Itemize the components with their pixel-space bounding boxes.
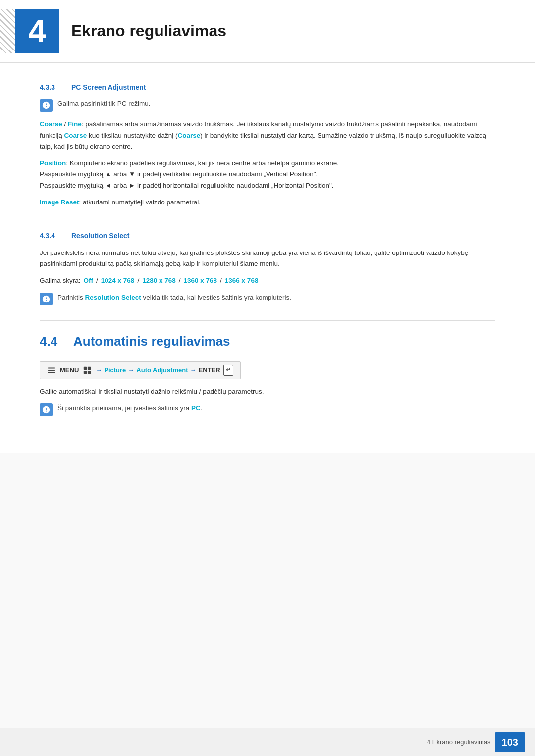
menu-picture: Picture [104,365,126,376]
para-434-1: Jei paveikslelis nėra normalus net tokiu… [40,248,495,270]
term-coarse3: Coarse [177,132,200,139]
res-sep1: / [96,275,98,286]
menu-enter-label: ENTER [199,365,220,376]
position-line2: Paspauskite mygtuką ▲ arba ▼ ir padėtį v… [40,170,318,178]
term-coarse2: Coarse [64,132,87,139]
res-off: Off [84,275,94,286]
position-text: : Kompiuterio ekrano padėties reguliavim… [66,159,339,167]
res-sep4: / [220,275,222,286]
term-coarse: Coarse [40,120,62,128]
para-44-1: Galite automatiškai ir tiksliai nustatyt… [40,386,495,397]
res-1280: 1280 x 768 [142,275,176,286]
term-fine: Fine [68,120,82,128]
resolution-options: Galima skyra: Off / 1024 x 768 / 1280 x … [40,275,495,286]
svg-rect-1 [48,370,55,371]
term-position: Position [40,159,66,167]
arrow-1: → [96,365,102,376]
footer-text: 4 Ekrano reguliavimas [427,737,491,748]
chapter-title: Ekrano reguliavimas [71,18,226,44]
term-image-reset: Image Reset [40,199,79,206]
note-433-1-text: Galima pasirinkti tik PC režimu. [57,99,151,109]
note-434-2-text: Parinktis Resolution Select veikia tik t… [57,292,291,303]
res-1024: 1024 x 768 [101,275,135,286]
note-icon-2 [40,293,53,305]
page-footer: 4 Ekrano reguliavimas 103 [0,728,535,756]
menu-auto-adjustment: Auto Adjustment [136,365,188,376]
para-image-reset: Image Reset: atkuriami numatytieji vaizd… [40,197,495,208]
page-header: 4 Ekrano reguliavimas [0,0,535,63]
svg-rect-4 [88,367,91,370]
menu-label: MENU [60,365,79,376]
sep1: / [62,120,68,128]
svg-rect-3 [84,367,87,370]
position-line3: Paspauskite mygtuką ◄ arba ► ir padėtį h… [40,182,334,189]
svg-rect-2 [48,372,55,373]
res-sep2: / [137,275,139,286]
svg-rect-6 [88,371,91,374]
menu-person-icon [47,366,56,375]
chapter-number: 4 [15,9,59,53]
note-433-1: Galima pasirinkti tik PC režimu. [40,99,495,112]
note-icon [40,99,53,112]
para-position: Position: Kompiuterio ekrano padėties re… [40,158,495,191]
svg-rect-0 [48,368,55,369]
para-coarse-fine: Coarse / Fine: pašalinamas arba sumažina… [40,119,495,152]
note-icon-3 [40,403,53,416]
menu-grid-icon [83,366,92,375]
svg-rect-5 [84,371,87,374]
coarse-text2: kuo tiksliau nustatykite dažnį ( [87,132,177,139]
note-434-2: Parinktis Resolution Select veikia tik t… [40,292,495,305]
arrow-3: → [190,365,197,376]
resolution-label: Galima skyra: [40,275,81,286]
divider-1 [40,220,495,220]
res-sep3: / [179,275,181,286]
note-44-pc: PC [191,404,201,412]
main-content: 4.3.3 PC Screen Adjustment Galima pasiri… [0,63,535,453]
menu-path-box: MENU → Picture → Auto Adjustment → ENTER… [40,361,241,379]
res-1366: 1366 x 768 [225,275,259,286]
image-reset-text: : atkuriami numatytieji vaizdo parametra… [79,199,201,206]
note-44-3: Ši parinktis prieinama, jei įvesties šal… [40,403,495,416]
section-44-header: 4.4 Automatinis reguliavimas [40,320,495,352]
arrow-2: → [128,365,134,376]
note-434-2-bold: Resolution Select [85,294,141,301]
section-433-heading: 4.3.3 PC Screen Adjustment [40,82,495,93]
section-434-heading: 4.3.4 Resolution Select [40,230,495,241]
note-44-3-text: Ši parinktis prieinama, jei įvesties šal… [57,403,203,414]
footer-page-number: 103 [495,732,525,752]
enter-symbol: ↵ [223,365,233,375]
res-1360: 1360 x 768 [183,275,217,286]
